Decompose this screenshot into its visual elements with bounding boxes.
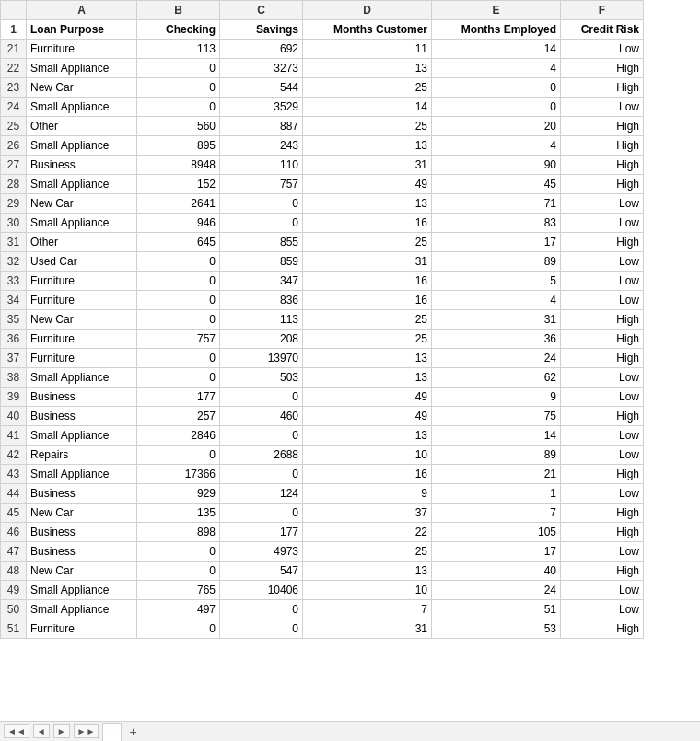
cell-38-F[interactable]: Low — [561, 368, 644, 388]
cell-39-D[interactable]: 49 — [303, 388, 432, 407]
cell-41-D[interactable]: 13 — [303, 426, 432, 446]
cell-30-A[interactable]: Small Appliance — [27, 214, 137, 233]
cell-24-C[interactable]: 3529 — [220, 98, 303, 117]
cell-33-A[interactable]: Furniture — [27, 272, 137, 291]
cell-47-D[interactable]: 25 — [303, 542, 432, 562]
nav-first-sheet[interactable]: ◄◄ — [4, 724, 29, 738]
cell-36-E[interactable]: 36 — [432, 330, 561, 349]
cell-27-E[interactable]: 90 — [432, 156, 561, 175]
cell-49-B[interactable]: 765 — [137, 581, 220, 600]
cell-37-B[interactable]: 0 — [137, 349, 220, 368]
cell-45-D[interactable]: 37 — [303, 504, 432, 523]
cell-34-A[interactable]: Furniture — [27, 291, 137, 310]
cell-40-E[interactable]: 75 — [432, 407, 561, 426]
cell-25-A[interactable]: Other — [27, 117, 137, 136]
cell-21-B[interactable]: 113 — [137, 40, 220, 59]
cell-37-D[interactable]: 13 — [303, 349, 432, 368]
cell-34-C[interactable]: 836 — [220, 291, 303, 310]
cell-31-C[interactable]: 855 — [220, 233, 303, 252]
nav-last-sheet[interactable]: ►► — [74, 724, 99, 738]
cell-33-E[interactable]: 5 — [432, 272, 561, 291]
cell-32-B[interactable]: 0 — [137, 252, 220, 272]
cell-33-C[interactable]: 347 — [220, 272, 303, 291]
cell-46-A[interactable]: Business — [27, 523, 137, 542]
cell-43-A[interactable]: Small Appliance — [27, 465, 137, 484]
cell-35-F[interactable]: High — [561, 310, 644, 330]
header-checking[interactable]: Checking — [137, 20, 220, 40]
cell-44-F[interactable]: Low — [561, 484, 644, 504]
cell-42-E[interactable]: 89 — [432, 446, 561, 465]
cell-29-A[interactable]: New Car — [27, 194, 137, 214]
cell-24-B[interactable]: 0 — [137, 98, 220, 117]
cell-28-E[interactable]: 45 — [432, 175, 561, 194]
cell-48-C[interactable]: 547 — [220, 562, 303, 581]
cell-43-E[interactable]: 21 — [432, 465, 561, 484]
cell-27-D[interactable]: 31 — [303, 156, 432, 175]
cell-31-E[interactable]: 17 — [432, 233, 561, 252]
cell-36-B[interactable]: 757 — [137, 330, 220, 349]
cell-31-A[interactable]: Other — [27, 233, 137, 252]
cell-50-C[interactable]: 0 — [220, 600, 303, 619]
header-savings[interactable]: Savings — [220, 20, 303, 40]
add-sheet-button[interactable]: + — [125, 724, 140, 739]
cell-38-D[interactable]: 13 — [303, 368, 432, 388]
cell-37-F[interactable]: High — [561, 349, 644, 368]
cell-24-D[interactable]: 14 — [303, 98, 432, 117]
cell-34-B[interactable]: 0 — [137, 291, 220, 310]
cell-35-D[interactable]: 25 — [303, 310, 432, 330]
cell-32-F[interactable]: Low — [561, 252, 644, 272]
cell-49-A[interactable]: Small Appliance — [27, 581, 137, 600]
cell-23-A[interactable]: New Car — [27, 78, 137, 98]
cell-37-A[interactable]: Furniture — [27, 349, 137, 368]
cell-35-B[interactable]: 0 — [137, 310, 220, 330]
cell-31-F[interactable]: High — [561, 233, 644, 252]
cell-31-B[interactable]: 645 — [137, 233, 220, 252]
cell-42-B[interactable]: 0 — [137, 446, 220, 465]
cell-30-E[interactable]: 83 — [432, 214, 561, 233]
cell-27-A[interactable]: Business — [27, 156, 137, 175]
cell-21-C[interactable]: 692 — [220, 40, 303, 59]
cell-25-F[interactable]: High — [561, 117, 644, 136]
cell-46-F[interactable]: High — [561, 523, 644, 542]
cell-23-B[interactable]: 0 — [137, 78, 220, 98]
cell-49-C[interactable]: 10406 — [220, 581, 303, 600]
cell-25-E[interactable]: 20 — [432, 117, 561, 136]
cell-38-C[interactable]: 503 — [220, 368, 303, 388]
cell-40-A[interactable]: Business — [27, 407, 137, 426]
cell-32-D[interactable]: 31 — [303, 252, 432, 272]
cell-45-E[interactable]: 7 — [432, 504, 561, 523]
cell-47-B[interactable]: 0 — [137, 542, 220, 562]
cell-34-D[interactable]: 16 — [303, 291, 432, 310]
cell-44-B[interactable]: 929 — [137, 484, 220, 504]
cell-29-E[interactable]: 71 — [432, 194, 561, 214]
cell-27-C[interactable]: 110 — [220, 156, 303, 175]
cell-50-A[interactable]: Small Appliance — [27, 600, 137, 619]
cell-29-F[interactable]: Low — [561, 194, 644, 214]
cell-26-A[interactable]: Small Appliance — [27, 136, 137, 156]
cell-46-C[interactable]: 177 — [220, 523, 303, 542]
cell-44-E[interactable]: 1 — [432, 484, 561, 504]
cell-22-E[interactable]: 4 — [432, 59, 561, 78]
cell-46-D[interactable]: 22 — [303, 523, 432, 542]
cell-41-E[interactable]: 14 — [432, 426, 561, 446]
cell-30-D[interactable]: 16 — [303, 214, 432, 233]
cell-22-B[interactable]: 0 — [137, 59, 220, 78]
cell-21-F[interactable]: Low — [561, 40, 644, 59]
cell-48-E[interactable]: 40 — [432, 562, 561, 581]
cell-23-F[interactable]: High — [561, 78, 644, 98]
cell-43-B[interactable]: 17366 — [137, 465, 220, 484]
cell-31-D[interactable]: 25 — [303, 233, 432, 252]
cell-24-A[interactable]: Small Appliance — [27, 98, 137, 117]
cell-33-D[interactable]: 16 — [303, 272, 432, 291]
cell-50-B[interactable]: 497 — [137, 600, 220, 619]
cell-24-F[interactable]: Low — [561, 98, 644, 117]
cell-23-C[interactable]: 544 — [220, 78, 303, 98]
cell-23-E[interactable]: 0 — [432, 78, 561, 98]
cell-30-B[interactable]: 946 — [137, 214, 220, 233]
cell-50-E[interactable]: 51 — [432, 600, 561, 619]
cell-32-C[interactable]: 859 — [220, 252, 303, 272]
cell-51-A[interactable]: Furniture — [27, 619, 137, 639]
cell-43-C[interactable]: 0 — [220, 465, 303, 484]
cell-41-B[interactable]: 2846 — [137, 426, 220, 446]
cell-49-F[interactable]: Low — [561, 581, 644, 600]
